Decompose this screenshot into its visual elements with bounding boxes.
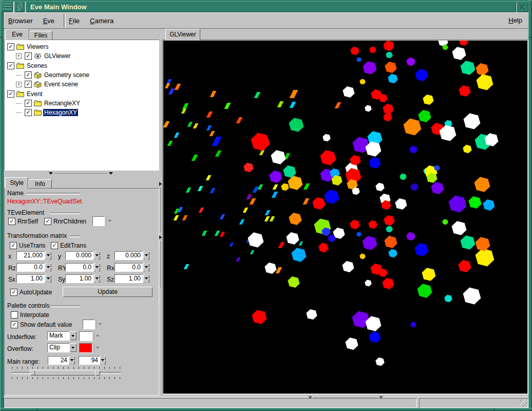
field-rz-input[interactable]: 0.0	[16, 263, 45, 272]
gl-hexagon-shape	[459, 41, 468, 46]
slider-handle-right[interactable]	[95, 370, 100, 376]
window-title: Eve Main Window	[30, 3, 87, 11]
vertical-splitter-arrow[interactable]	[159, 235, 162, 239]
field-sz-spinner[interactable]	[143, 274, 149, 283]
tree-item-label[interactable]: GLViewer	[43, 52, 72, 60]
tree-checkbox[interactable]: ✓	[25, 100, 32, 107]
field-z-input[interactable]: 0.000	[115, 251, 143, 260]
tree-item-label[interactable]: Geometry scene	[43, 71, 90, 79]
statusbar-divider	[4, 397, 528, 397]
resize-grip[interactable]	[520, 400, 527, 407]
tree-item-label[interactable]: Scenes	[26, 62, 48, 69]
overflow-color-dropdown[interactable]	[94, 343, 101, 352]
update-button[interactable]: Update	[63, 287, 153, 297]
menu-item-help[interactable]: Help	[506, 16, 524, 24]
tree-expander-icon[interactable]: +	[16, 53, 22, 59]
tree-checkbox[interactable]: ✓	[25, 81, 32, 88]
field-sz-input[interactable]: 1.00	[115, 274, 143, 283]
eve-tree-panel[interactable]: ✓Viewers+✓GLViewer✓Scenes✓Geometry scene…	[4, 40, 159, 171]
tree-item-viewers[interactable]: ✓Viewers	[5, 43, 49, 51]
field-sy-spinner[interactable]	[94, 274, 100, 283]
field-rx-input[interactable]: 0.0	[115, 263, 143, 272]
field-x-input[interactable]: 21.000	[16, 251, 45, 260]
field-sx-spinner[interactable]	[45, 274, 51, 283]
window-frame-right[interactable]	[528, 0, 532, 411]
range-slider[interactable]	[12, 370, 121, 376]
window-menu-button[interactable]	[1, 1, 13, 12]
field-sx-input[interactable]: 1.00	[16, 274, 45, 283]
tab-glviewer[interactable]: GLViewer	[165, 29, 200, 40]
tree-checkbox[interactable]: ✓	[7, 62, 14, 69]
tree-item-label[interactable]: Viewers	[26, 43, 49, 50]
tree-checkbox[interactable]: ✓	[25, 52, 32, 60]
field-label-sx: Sx	[8, 276, 15, 283]
vertical-splitter-arrow[interactable]	[159, 182, 162, 186]
tree-item-event-scene[interactable]: +✓Event scene	[5, 80, 79, 88]
tab-style[interactable]: Style	[5, 177, 28, 189]
tree-item-hexagonxy[interactable]: ✓HexagonXY	[5, 108, 78, 117]
app-icon-button[interactable]	[14, 1, 25, 12]
interpolate-checkbox[interactable]	[11, 311, 18, 319]
tree-item-event[interactable]: ✓Event	[5, 90, 44, 98]
range-max-spinner[interactable]	[100, 356, 106, 364]
tree-item-label[interactable]: RectangleXY	[43, 100, 81, 107]
underflow-combo-button[interactable]	[69, 331, 77, 340]
field-x-spinner[interactable]	[45, 251, 51, 259]
menu-item-file[interactable]: File	[67, 17, 82, 25]
field-rz-spinner[interactable]	[45, 263, 51, 271]
showdefault-color-swatch[interactable]	[83, 320, 95, 329]
field-rx-spinner[interactable]	[143, 263, 149, 271]
menu-item-eve[interactable]: Eve	[41, 17, 56, 25]
tree-checkbox[interactable]: ✓	[25, 71, 32, 79]
range-min-spinner[interactable]	[69, 356, 75, 364]
window-frame-left[interactable]	[0, 0, 4, 411]
tree-item-glviewer[interactable]: +✓GLViewer	[5, 52, 72, 60]
slider-handle-left[interactable]	[30, 370, 35, 376]
tree-item-scenes[interactable]: ✓Scenes	[5, 62, 48, 70]
showdefault-checkbox[interactable]: ✓	[11, 321, 18, 328]
tree-item-label[interactable]: Event	[26, 90, 44, 98]
left-horizontal-splitter[interactable]	[49, 171, 113, 176]
menu-item-camera[interactable]: Camera	[88, 17, 116, 25]
underflow-color-dropdown[interactable]	[94, 331, 101, 340]
gl-hexagon-shape	[252, 310, 267, 324]
gl-canvas[interactable]	[163, 41, 527, 394]
close-button[interactable]	[517, 1, 528, 12]
folder-icon	[16, 63, 24, 69]
slider-bar[interactable]	[30, 370, 100, 376]
gl-quad-shape	[230, 242, 234, 247]
field-y-input[interactable]: 0.000	[65, 251, 93, 260]
tree-item-label[interactable]: HexagonXY	[43, 109, 78, 116]
tab-info[interactable]: Info	[28, 179, 52, 189]
tree-expander-icon[interactable]: +	[16, 82, 22, 87]
dropdown-arrow-icon	[71, 335, 74, 337]
underflow-color-swatch[interactable]	[79, 331, 92, 341]
tab-files[interactable]: Files	[29, 31, 52, 40]
tree-checkbox[interactable]: ✓	[7, 90, 14, 98]
showdefault-color-dropdown[interactable]	[97, 320, 103, 328]
range-min-input[interactable]: 24	[48, 356, 69, 365]
tree-checkbox[interactable]: ✓	[25, 109, 32, 116]
gl-hexagon-shape	[383, 104, 393, 114]
overflow-combobox[interactable]: Clip	[47, 343, 71, 352]
overflow-combo-button[interactable]	[69, 343, 77, 352]
field-sy-input[interactable]: 1.00	[65, 274, 93, 283]
overflow-color-swatch[interactable]	[79, 343, 92, 353]
autoupdate-checkbox[interactable]: ✓	[10, 289, 17, 296]
range-max-input[interactable]: 94	[79, 356, 100, 365]
window-frame-bottom[interactable]	[0, 408, 532, 411]
tree-checkbox[interactable]: ✓	[7, 43, 14, 50]
tree-item-geometry-scene[interactable]: ✓Geometry scene	[5, 71, 90, 79]
tree-item-label[interactable]: Event scene	[43, 81, 79, 88]
tab-eve[interactable]: Eve	[5, 29, 29, 40]
interpolate-label: Interpolate	[20, 311, 49, 319]
gl-quad-shape	[254, 92, 261, 98]
titlebar[interactable]: Eve Main Window	[26, 1, 516, 12]
field-z-spinner[interactable]	[143, 251, 149, 259]
field-y-spinner[interactable]	[94, 251, 100, 259]
underflow-combobox[interactable]: Mark	[47, 331, 71, 341]
menu-item-browser[interactable]: Browser	[6, 17, 35, 25]
field-ry-spinner[interactable]	[94, 263, 100, 271]
field-ry-input[interactable]: 0.0	[65, 263, 93, 272]
tree-item-rectanglexy[interactable]: ✓RectangleXY	[5, 99, 81, 107]
